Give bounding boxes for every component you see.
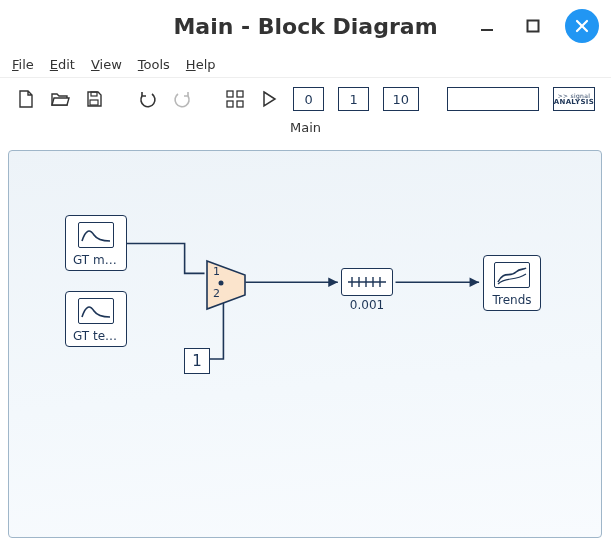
menubar: File Edit View Tools Help xyxy=(0,52,611,78)
svg-rect-6 xyxy=(227,91,233,97)
constant-value: 1 xyxy=(192,352,202,370)
canvas-wrapper: GT mas... GT tem... 1 2 1 xyxy=(0,144,611,546)
open-file-button[interactable] xyxy=(50,87,70,111)
signal-analysis-button[interactable]: >> signal ANALYSIS xyxy=(553,87,595,111)
menu-tools[interactable]: Tools xyxy=(132,55,176,74)
search-input[interactable] xyxy=(447,87,539,111)
minimize-icon xyxy=(479,18,495,34)
breadcrumb[interactable]: Main xyxy=(0,120,611,144)
undo-button[interactable] xyxy=(138,87,158,111)
time-end-field[interactable]: 10 xyxy=(383,87,419,111)
blocks-button[interactable] xyxy=(225,87,245,111)
block-trends-label: Trends xyxy=(488,292,535,308)
block-gt-temp[interactable]: GT tem... xyxy=(65,291,127,347)
undo-icon xyxy=(138,90,158,108)
svg-rect-7 xyxy=(237,91,243,97)
close-button[interactable] xyxy=(565,9,599,43)
svg-rect-4 xyxy=(91,92,97,96)
svg-point-10 xyxy=(219,281,224,286)
mux-port-1-label: 1 xyxy=(213,265,220,278)
signal-icon xyxy=(78,222,114,248)
save-icon xyxy=(85,90,103,108)
signal-icon xyxy=(78,298,114,324)
minimize-button[interactable] xyxy=(473,12,501,40)
sampler-icon xyxy=(341,268,393,296)
menu-edit[interactable]: Edit xyxy=(44,55,81,74)
play-icon xyxy=(261,90,277,108)
time-start-field[interactable]: 0 xyxy=(293,87,324,111)
save-button[interactable] xyxy=(84,87,104,111)
mux-port-2-label: 2 xyxy=(213,287,220,300)
analysis-big-label: ANALYSIS xyxy=(554,99,594,106)
trends-icon xyxy=(494,262,530,288)
window-title: Main - Block Diagram xyxy=(173,14,437,39)
block-gt-mass-label: GT mas... xyxy=(69,252,123,268)
menu-view[interactable]: View xyxy=(85,55,128,74)
titlebar: Main - Block Diagram xyxy=(0,0,611,52)
redo-button[interactable] xyxy=(172,87,192,111)
maximize-icon xyxy=(525,18,541,34)
menu-help[interactable]: Help xyxy=(180,55,222,74)
block-trends[interactable]: Trends xyxy=(483,255,541,311)
open-folder-icon xyxy=(50,90,70,108)
sampler-value: 0.001 xyxy=(350,298,384,312)
redo-icon xyxy=(172,90,192,108)
run-button[interactable] xyxy=(259,87,279,111)
svg-rect-8 xyxy=(227,101,233,107)
block-gt-mass[interactable]: GT mas... xyxy=(65,215,127,271)
block-gt-temp-label: GT tem... xyxy=(69,328,123,344)
svg-rect-1 xyxy=(528,21,539,32)
close-icon xyxy=(574,18,590,34)
maximize-button[interactable] xyxy=(519,12,547,40)
time-step-field[interactable]: 1 xyxy=(338,87,369,111)
toolbar: 0 1 10 >> signal ANALYSIS xyxy=(0,78,611,120)
svg-rect-9 xyxy=(237,101,243,107)
new-file-icon xyxy=(17,89,35,109)
svg-rect-5 xyxy=(90,100,98,105)
new-file-button[interactable] xyxy=(16,87,36,111)
window-controls xyxy=(473,0,599,52)
diagram-canvas[interactable]: GT mas... GT tem... 1 2 1 xyxy=(8,150,602,538)
block-constant-1[interactable]: 1 xyxy=(184,348,210,374)
blocks-grid-icon xyxy=(226,90,244,108)
menu-file[interactable]: File xyxy=(6,55,40,74)
block-sampler[interactable]: 0.001 xyxy=(341,268,393,312)
block-mux[interactable]: 1 2 xyxy=(205,259,247,311)
